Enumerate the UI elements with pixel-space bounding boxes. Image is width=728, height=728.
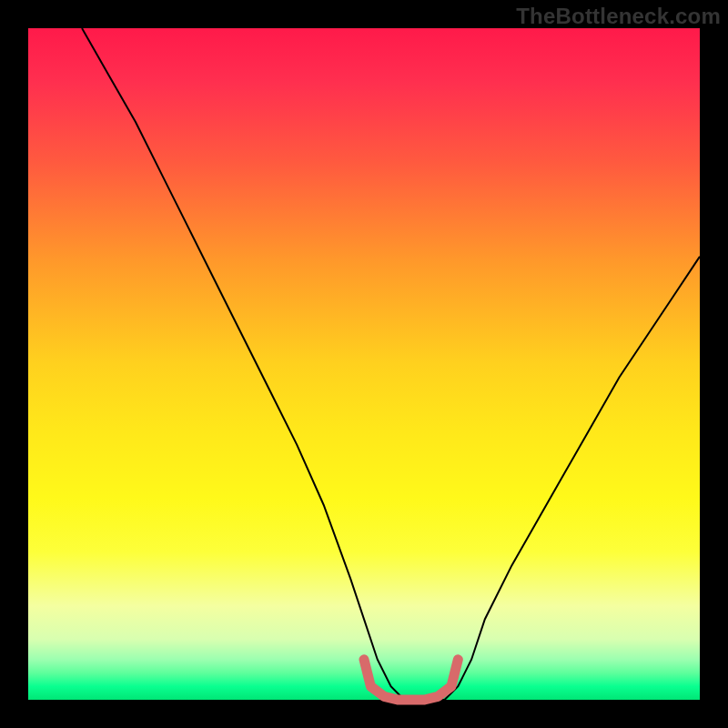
watermark-text: TheBottleneck.com [516, 4, 721, 29]
bottleneck-curve [82, 28, 700, 700]
optimal-zone-marker [364, 660, 458, 700]
chart-plot-area [28, 28, 700, 700]
chart-svg [28, 28, 700, 700]
